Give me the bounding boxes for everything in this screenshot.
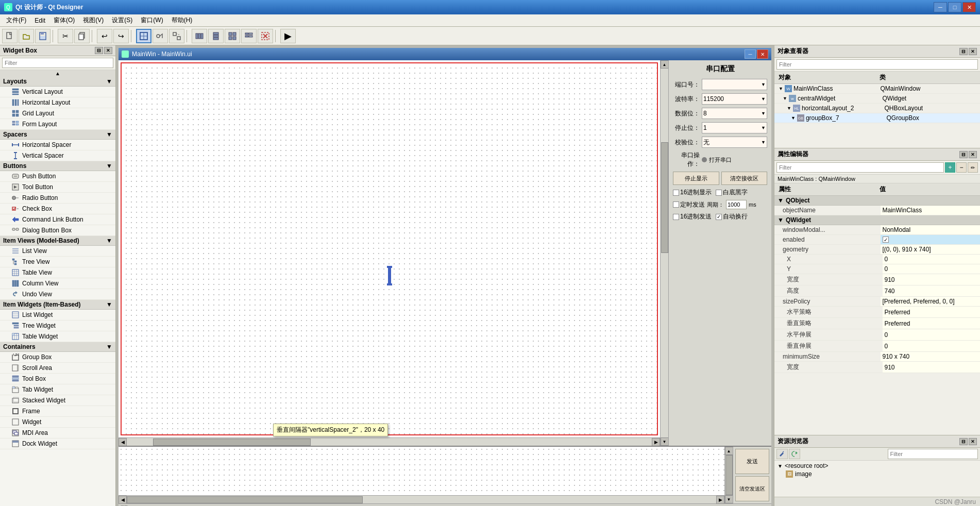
widget-box-close[interactable]: ✕ xyxy=(104,47,112,54)
vscroll-down[interactable]: ▼ xyxy=(661,437,669,446)
widget-widget[interactable]: Widget xyxy=(0,417,115,428)
res-edit-btn[interactable] xyxy=(776,449,788,459)
bottom-vscroll-down[interactable]: ▼ xyxy=(725,495,733,503)
property-editor-undock[interactable]: ⊟ xyxy=(959,151,968,158)
v-scrollbar[interactable]: ▲ ▼ xyxy=(660,60,668,446)
widget-push-button[interactable]: Push Button xyxy=(0,171,115,182)
toolbar-open[interactable] xyxy=(19,29,34,43)
toolbar-layout-form[interactable] xyxy=(241,29,257,43)
white-black-cb[interactable]: 白底黑字 xyxy=(716,188,748,197)
widget-box-undock[interactable]: ⊟ xyxy=(95,47,103,54)
maximize-button[interactable]: □ xyxy=(948,2,961,12)
section-buttons[interactable]: Buttons▼ xyxy=(0,161,115,171)
section-layouts[interactable]: Layouts▼ xyxy=(0,77,115,87)
widget-list-scroll-up[interactable]: ▲ xyxy=(0,70,115,77)
menu-settings[interactable]: 设置(S) xyxy=(108,15,137,26)
toolbar-save[interactable] xyxy=(35,29,50,43)
toolbar-preview[interactable]: ▶ xyxy=(280,29,296,43)
toolbar-layout-h[interactable] xyxy=(192,29,207,43)
widget-frame[interactable]: Frame xyxy=(0,406,115,417)
section-spacers[interactable]: Spacers▼ xyxy=(0,130,115,140)
prop-section-qwidget[interactable]: ▼ QWidget xyxy=(774,215,980,225)
widget-tree-widget[interactable]: Tree Widget xyxy=(0,321,115,331)
close-button[interactable]: ✕ xyxy=(962,2,976,12)
vscroll-thumb[interactable] xyxy=(661,142,668,253)
hscroll-left[interactable]: ◀ xyxy=(119,438,127,446)
vscroll-track[interactable] xyxy=(661,69,668,437)
property-editor-close[interactable]: ✕ xyxy=(969,151,977,158)
send-form-area[interactable] xyxy=(119,447,724,495)
property-minus-btn[interactable]: − xyxy=(956,162,967,173)
widget-tab-widget[interactable]: Tab Widget xyxy=(0,384,115,395)
bottom-hscroll-thumb[interactable] xyxy=(127,496,363,503)
toolbar-tab-order[interactable] xyxy=(169,29,184,43)
prop-section-qobject[interactable]: ▼ QObject xyxy=(774,196,980,206)
sc-parity-select[interactable]: 无 ▼ xyxy=(702,137,767,148)
toolbar-cut[interactable]: ✂ xyxy=(58,29,73,43)
widget-column-view[interactable]: Column View xyxy=(0,278,115,289)
section-containers[interactable]: Containers▼ xyxy=(0,342,115,352)
clear-send-btn[interactable]: 清空发送区 xyxy=(735,476,769,501)
widget-stacked-widget[interactable]: Stacked Widget xyxy=(0,395,115,406)
toolbar-layout-v[interactable] xyxy=(208,29,224,43)
widget-radio-button[interactable]: Radio Button xyxy=(0,193,115,204)
bottom-hscrollbar[interactable]: ◀ ▶ xyxy=(119,495,724,503)
widget-tool-box[interactable]: Tool Box xyxy=(0,374,115,384)
obj-centralwidget[interactable]: ▼ w centralWidget QWidget xyxy=(774,94,980,104)
object-inspector-close[interactable]: ✕ xyxy=(969,48,977,55)
resource-browser-close[interactable]: ✕ xyxy=(969,438,977,445)
widget-command-link-button[interactable]: Command Link Button xyxy=(0,214,115,225)
section-item-views[interactable]: Item Views (Model-Based)▼ xyxy=(0,236,115,246)
widget-horizontal-layout[interactable]: Horizontal Layout xyxy=(0,97,115,108)
toolbar-break-layout[interactable] xyxy=(258,29,273,43)
menu-view[interactable]: 视图(V) xyxy=(79,15,108,26)
property-filter-input[interactable] xyxy=(776,162,944,173)
bottom-vscroll-thumb[interactable] xyxy=(725,455,733,495)
bottom-vscroll-track[interactable] xyxy=(725,455,733,495)
obj-mainwinclass[interactable]: ▼ W MainWinClass QMainWindow xyxy=(774,84,980,94)
design-win-close[interactable]: ✕ xyxy=(757,49,768,59)
menu-window[interactable]: 窗口(W) xyxy=(137,15,167,26)
bottom-hscroll-right[interactable]: ▶ xyxy=(716,496,724,504)
resource-browser-undock[interactable]: ⊟ xyxy=(959,438,968,445)
toolbar-new[interactable] xyxy=(2,29,18,43)
vscroll-up[interactable]: ▲ xyxy=(661,60,669,69)
widget-check-box[interactable]: Check Box xyxy=(0,204,115,214)
widget-group-box[interactable]: GB Group Box xyxy=(0,352,115,363)
menu-edit[interactable]: Edit xyxy=(30,16,49,25)
widget-mdi-area[interactable]: MDI Area xyxy=(0,428,115,438)
toolbar-layout-grid[interactable] xyxy=(225,29,240,43)
form-design-area[interactable] xyxy=(119,60,660,437)
widget-vertical-spacer[interactable]: Vertical Spacer xyxy=(0,150,115,161)
property-edit-btn[interactable]: ✏ xyxy=(968,162,978,173)
widget-horizontal-spacer[interactable]: Horizontal Spacer xyxy=(0,140,115,150)
widget-scroll-area[interactable]: Scroll Area xyxy=(0,363,115,374)
menu-file[interactable]: 文件(F) xyxy=(2,15,30,26)
bottom-hscroll-left[interactable]: ◀ xyxy=(119,496,127,504)
toolbar-undo[interactable]: ↩ xyxy=(97,29,112,43)
widget-form-layout[interactable]: Form Layout xyxy=(0,119,115,130)
object-filter-input[interactable] xyxy=(776,59,978,70)
widget-tool-button[interactable]: Tool Button xyxy=(0,182,115,193)
toolbar-copy[interactable] xyxy=(74,29,90,43)
menu-help[interactable]: 帮助(H) xyxy=(167,15,197,26)
hscroll-track[interactable] xyxy=(127,438,652,446)
vertical-spacer-widget[interactable] xyxy=(388,268,391,283)
timed-send-cb[interactable]: 定时发送 xyxy=(673,200,705,209)
obj-groupbox7[interactable]: ▼ GB groupBox_7 QGroupBox xyxy=(774,113,980,123)
res-root[interactable]: ▼ <resource root> xyxy=(775,462,979,470)
hscroll-right[interactable]: ▶ xyxy=(652,438,660,446)
toolbar-widget-editor[interactable] xyxy=(136,29,151,43)
obj-horizontallayout2[interactable]: ▼ HL horizontalLayout_2 QHBoxLayout xyxy=(774,104,980,113)
widget-tree-view[interactable]: Tree View xyxy=(0,257,115,267)
object-inspector-undock[interactable]: ⊟ xyxy=(959,48,968,55)
widget-filter-input[interactable] xyxy=(2,58,113,68)
h-scrollbar[interactable]: ◀ ▶ xyxy=(119,437,660,446)
send-btn[interactable]: 发送 xyxy=(735,449,769,474)
design-win-min[interactable]: ─ xyxy=(745,49,756,59)
hex-send-cb[interactable]: 16进制发送 xyxy=(673,212,712,221)
bottom-vscroll-up[interactable]: ▲ xyxy=(725,447,733,455)
toolbar-signal-slot[interactable] xyxy=(153,29,168,43)
res-image[interactable]: 🖼 image xyxy=(775,470,979,478)
widget-list-view[interactable]: List View xyxy=(0,246,115,257)
